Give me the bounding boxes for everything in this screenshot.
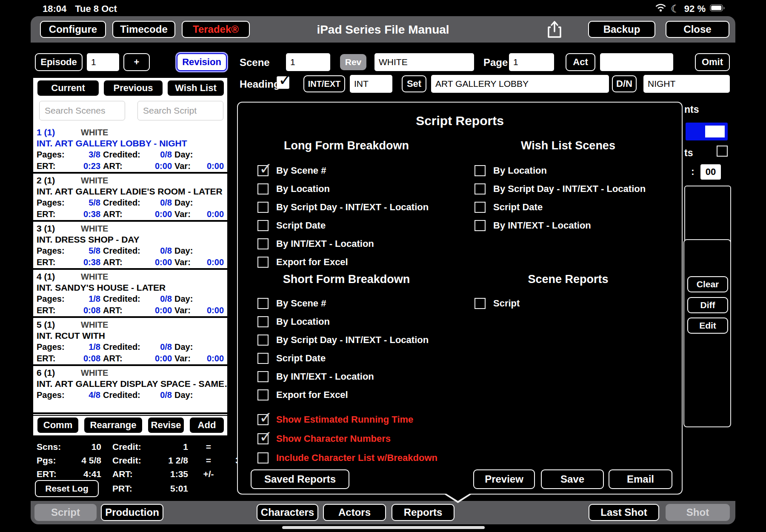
scene-list-item-2[interactable]: 2 (1) WHITE INT. ART GALLERY LADIE'S ROO… [33, 174, 227, 222]
checkbox[interactable] [474, 183, 486, 194]
search-scenes-input[interactable] [39, 101, 125, 120]
checkbox[interactable] [257, 414, 269, 425]
edit-button[interactable]: Edit [687, 317, 728, 334]
teradek-button[interactable]: Teradek® [182, 21, 250, 38]
scene-list-item-4[interactable]: 4 (1) WHITE INT. SANDY'S HOUSE - LATER P… [33, 270, 227, 318]
tab-script[interactable]: Script [34, 504, 97, 521]
ts-checkbox[interactable] [717, 146, 728, 157]
scene-reports-option-1[interactable]: Script [474, 296, 520, 311]
diff-button[interactable]: Diff [687, 297, 728, 313]
tab-previous[interactable]: Previous [103, 80, 163, 97]
wish-list-option-1[interactable]: By Location [474, 163, 547, 178]
comm-button[interactable]: Comm [37, 417, 79, 434]
add-scene-button[interactable]: Add [189, 417, 225, 434]
checkbox[interactable] [474, 220, 486, 231]
long-form-option-5[interactable]: By INT/EXT - Location [257, 237, 374, 251]
short-form-option-5[interactable]: By INT/EXT - Location [257, 369, 374, 384]
scene-list-item-3[interactable]: 3 (1) WHITE INT. DRESS SHOP - DAY Pages:… [33, 222, 227, 270]
show-character-numbers-option[interactable]: Show Character Numbers [257, 432, 391, 446]
long-form-option-6[interactable]: Export for Excel [257, 255, 348, 269]
rearrange-button[interactable]: Rearrange [83, 417, 143, 434]
long-form-option-1[interactable]: By Scene # [257, 163, 326, 178]
episode-number-input[interactable] [87, 53, 119, 71]
wish-list-option-4[interactable]: By INT/EXT - Location [474, 218, 591, 233]
clear-button[interactable]: Clear [687, 276, 728, 292]
notes-box[interactable] [684, 186, 731, 246]
reset-log-button[interactable]: Reset Log [35, 480, 99, 497]
minutes-field[interactable]: 00 [700, 164, 721, 180]
tab-reports[interactable]: Reports [392, 504, 454, 521]
wish-list-option-3[interactable]: Script Date [474, 200, 543, 215]
wish-list-option-2[interactable]: By Script Day - INT/EXT - Location [474, 182, 646, 196]
checkbox[interactable] [257, 238, 269, 249]
checkbox-label: By INT/EXT - Location [276, 371, 374, 382]
checkbox[interactable] [257, 183, 269, 194]
checkbox[interactable] [257, 371, 269, 382]
share-icon[interactable] [544, 20, 565, 39]
checkbox[interactable] [257, 389, 269, 400]
act-input[interactable] [600, 53, 673, 71]
highlight-field[interactable] [686, 123, 728, 140]
close-button[interactable]: Close [666, 21, 729, 38]
long-form-option-4[interactable]: Script Date [257, 218, 326, 233]
checkbox[interactable] [257, 165, 269, 176]
revise-button[interactable]: Revise [147, 417, 185, 434]
scene-list-item-1[interactable]: 1 (1) WHITE INT. ART GALLERY LOBBY - NIG… [33, 126, 227, 174]
email-button[interactable]: Email [609, 469, 672, 489]
scene-list-item-6[interactable]: 6 (1) WHITE INT. ART GALLERY DISPLAY SPA… [33, 366, 227, 414]
tab-actors[interactable]: Actors [323, 504, 386, 521]
checkbox[interactable] [257, 220, 269, 231]
tab-wish-list[interactable]: Wish List [167, 80, 225, 97]
checkbox[interactable] [257, 316, 269, 327]
long-form-option-3[interactable]: By Script Day - INT/EXT - Location [257, 200, 429, 215]
tab-shot[interactable]: Shot [666, 504, 730, 521]
short-form-option-6[interactable]: Export for Excel [257, 388, 348, 402]
long-form-option-2[interactable]: By Location [257, 182, 330, 196]
tab-production[interactable]: Production [101, 504, 163, 521]
checkbox[interactable] [257, 298, 269, 309]
tab-current[interactable]: Current [37, 80, 100, 97]
tab-characters[interactable]: Characters [257, 504, 318, 521]
checkbox[interactable] [257, 433, 269, 444]
checkbox[interactable] [257, 353, 269, 364]
checkbox[interactable] [474, 202, 486, 213]
omit-button[interactable]: Omit [695, 53, 730, 71]
rev-button[interactable]: Rev [340, 54, 366, 70]
revision-button[interactable]: Revision [177, 53, 227, 71]
checkbox[interactable] [257, 452, 269, 463]
day-night-button[interactable]: D/N [612, 75, 637, 92]
page-number-input[interactable] [509, 53, 554, 71]
show-ert-option[interactable]: Show Estimated Running Time [257, 412, 413, 427]
set-button[interactable]: Set [402, 75, 426, 92]
short-form-option-3[interactable]: By Script Day - INT/EXT - Location [257, 333, 429, 347]
scene-color-input[interactable] [374, 53, 474, 71]
preview-button[interactable]: Preview [473, 469, 535, 489]
search-script-input[interactable] [137, 101, 223, 120]
include-character-list-option[interactable]: Include Character List w/Breakdown [257, 451, 437, 465]
act-button[interactable]: Act [566, 53, 595, 71]
checkbox[interactable] [257, 202, 269, 213]
checkbox[interactable] [474, 298, 486, 309]
int-ext-button[interactable]: INT/EXT [303, 75, 345, 92]
scene-number-input[interactable] [286, 53, 330, 71]
save-button[interactable]: Save [541, 469, 604, 489]
short-form-option-1[interactable]: By Scene # [257, 296, 326, 311]
short-form-option-4[interactable]: Script Date [257, 351, 326, 366]
checkbox[interactable] [257, 257, 269, 268]
checkbox[interactable] [257, 335, 269, 346]
home-indicator[interactable] [282, 526, 485, 529]
episode-button[interactable]: Episode [35, 53, 83, 71]
short-form-option-2[interactable]: By Location [257, 315, 330, 329]
backup-button[interactable]: Backup [588, 21, 655, 38]
add-episode-button[interactable]: + [123, 53, 150, 71]
checkbox[interactable] [474, 165, 486, 176]
int-ext-input[interactable] [350, 75, 392, 93]
scene-list-item-5[interactable]: 5 (1) WHITE INT. RCUT WITH Pages:1/8 Cre… [33, 318, 227, 366]
timecode-button[interactable]: Timecode [112, 21, 175, 38]
configure-button[interactable]: Configure [40, 21, 106, 38]
heading-checkbox[interactable] [277, 76, 289, 89]
set-location-input[interactable] [431, 75, 609, 93]
saved-reports-button[interactable]: Saved Reports [251, 469, 349, 489]
day-night-input[interactable] [643, 75, 730, 93]
tab-last-shot[interactable]: Last Shot [589, 504, 659, 521]
